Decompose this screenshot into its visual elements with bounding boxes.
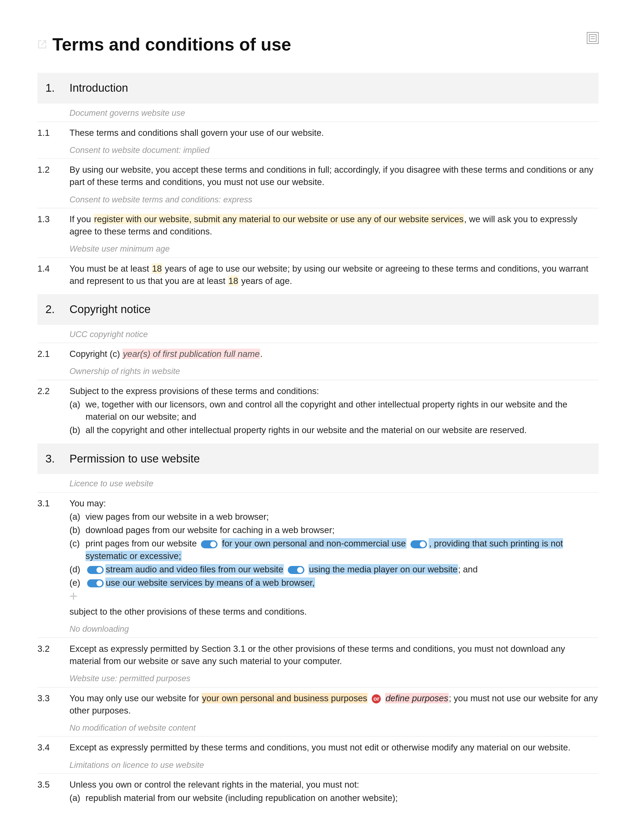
clause-3-1: 3.1 You may: (a) view pages from our web… [38, 493, 598, 620]
toggle-switch[interactable] [87, 579, 104, 587]
clause-note: Limitations on licence to use website [38, 756, 598, 774]
clause-3-2: 3.2 Except as expressly permitted by Sec… [38, 638, 598, 669]
toggle-switch[interactable] [411, 540, 427, 548]
sub-clause-b: (b) all the copyright and other intellec… [69, 424, 598, 436]
clause-note: No modification of website content [38, 718, 598, 737]
highlighted-text[interactable]: 18 [151, 263, 162, 274]
clause-1-2: 1.2 By using our website, you accept the… [38, 159, 598, 190]
section-title: Permission to use website [69, 451, 200, 467]
highlighted-option[interactable]: stream audio and video files from our we… [105, 564, 284, 575]
clause-1-3: 1.3 If you register with our website, su… [38, 208, 598, 239]
clause-1-4: 1.4 You must be at least 18 years of age… [38, 258, 598, 289]
section-number: 3. [46, 451, 69, 467]
sub-clause-e: (e) use our website services by means of… [69, 577, 598, 589]
highlighted-text[interactable]: register with our website, submit any ma… [93, 214, 464, 224]
section-number: 1. [46, 80, 69, 96]
document-header: Terms and conditions of use [38, 32, 598, 57]
section-heading-1: 1. Introduction [38, 73, 598, 103]
clause-3-3: 3.3 You may only use our website for you… [38, 687, 598, 718]
highlighted-option[interactable]: using the media player on our website [309, 564, 458, 575]
highlighted-option[interactable]: use our website services by means of a w… [105, 578, 315, 588]
clause-3-5: 3.5 Unless you own or control the releva… [38, 774, 598, 806]
clause-note: Consent to website terms and conditions:… [38, 190, 598, 208]
sub-clause-c: (c) print pages from our website for you… [69, 537, 598, 562]
table-of-contents-button[interactable] [587, 32, 598, 44]
section-title: Copyright notice [69, 302, 151, 317]
toggle-switch[interactable] [201, 540, 217, 548]
add-item-icon[interactable] [69, 592, 77, 600]
sub-clause-a: (a) republish material from our website … [69, 792, 598, 804]
section-heading-3: 3. Permission to use website [38, 444, 598, 474]
clause-note: Website user minimum age [38, 239, 598, 257]
section-title: Introduction [69, 80, 128, 96]
sub-clause-b: (b) download pages from our website for … [69, 524, 598, 536]
variable-placeholder[interactable]: define purposes [385, 693, 449, 703]
external-link-icon [38, 39, 47, 49]
sub-clause-a: (a) we, together with our licensors, own… [69, 398, 598, 423]
sub-clause-a: (a) view pages from our website in a web… [69, 511, 598, 523]
clause-note: Licence to use website [38, 474, 598, 492]
highlighted-text[interactable]: 18 [228, 276, 239, 286]
clause-2-2: 2.2 Subject to the express provisions of… [38, 380, 598, 438]
clause-note: UCC copyright notice [38, 325, 598, 343]
page-title: Terms and conditions of use [52, 32, 291, 57]
clause-2-1: 2.1 Copyright (c) year(s) of first publi… [38, 343, 598, 362]
or-separator-badge[interactable]: or [372, 694, 381, 703]
clause-1-1: 1.1 These terms and conditions shall gov… [38, 122, 598, 141]
toggle-switch[interactable] [288, 566, 304, 574]
clause-note: Website use: permitted purposes [38, 669, 598, 687]
variable-placeholder[interactable]: year(s) of first publication full name [123, 349, 260, 359]
toggle-switch[interactable] [87, 566, 104, 574]
section-heading-2: 2. Copyright notice [38, 294, 598, 325]
clause-note: Ownership of rights in website [38, 362, 598, 380]
clause-3-4: 3.4 Except as expressly permitted by the… [38, 737, 598, 755]
clause-note: Consent to website document: implied [38, 141, 598, 159]
sub-clause-d: (d) stream audio and video files from ou… [69, 563, 598, 576]
clause-note: No downloading [38, 619, 598, 638]
highlighted-option[interactable]: for your own personal and non-commercial… [222, 538, 406, 549]
section-number: 2. [46, 302, 69, 317]
clause-note: Document governs website use [38, 103, 598, 122]
highlighted-option[interactable]: your own personal and business purposes [202, 693, 368, 703]
